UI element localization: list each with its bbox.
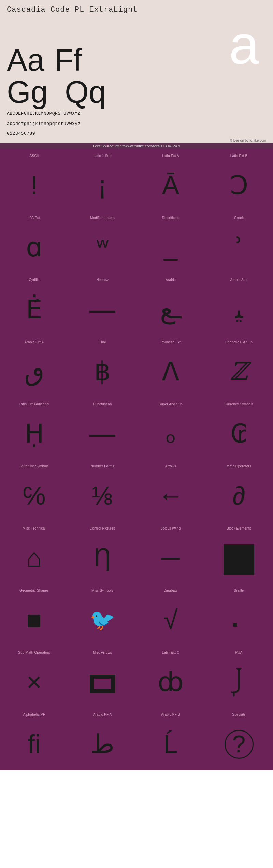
cell-glyph-0: !	[30, 160, 38, 211]
cell-glyph-16: Ḥ	[25, 408, 44, 460]
cell-glyph-17: —	[89, 408, 115, 460]
cell-glyph-23: ∂	[232, 470, 245, 522]
cell-glyph-33	[90, 656, 115, 708]
grid-cell-3: Latin Ext BƆ	[205, 149, 273, 211]
letter-pair-qq: Qq	[65, 77, 106, 107]
cell-label-7: Greek	[234, 216, 244, 220]
grid-cell-37: Arabic PF Aﻁ	[68, 708, 136, 770]
cell-glyph-31: ⠄	[229, 594, 248, 646]
large-letter-a: a	[229, 17, 259, 72]
letter-pair-aa: Aa	[7, 45, 44, 75]
grid-cell-25: Control PicturesȠ	[68, 522, 136, 584]
grid-cell-22: Arrows←	[136, 460, 205, 522]
cell-label-38: Arabic PF B	[161, 713, 180, 717]
cell-label-10: Arabic	[166, 278, 176, 282]
cell-label-37: Arabic PF A	[93, 713, 112, 717]
grid-cell-18: Super And Subₒ	[136, 397, 205, 460]
cell-glyph-34: ȸ	[158, 656, 184, 708]
cell-glyph-10: ـع	[160, 284, 181, 335]
grid-cell-32: Sup Math Operators×	[0, 646, 68, 708]
cell-glyph-12: ٯ	[24, 346, 44, 397]
cell-glyph-35	[229, 656, 249, 708]
grid-cell-34: Latin Ext Cȸ	[136, 646, 205, 708]
cell-label-15: Phonetic Ext Sup	[225, 340, 253, 344]
grid-cell-11: Arabic Supﻴ	[205, 273, 273, 335]
cell-label-32: Sup Math Operators	[18, 651, 50, 654]
header: Cascadia Code PL ExtraLight Aa Ff a Gg Q…	[0, 0, 273, 149]
digits: 0123456789	[7, 128, 266, 138]
grid-cell-16: Latin Ext AdditionalḤ	[0, 397, 68, 460]
cell-glyph-27	[224, 532, 254, 584]
grid-cell-20: Letterlike Symbols℅	[0, 460, 68, 522]
grid-cell-15: Phonetic Ext Supℤ	[205, 335, 273, 397]
cell-glyph-3: Ɔ	[230, 160, 248, 211]
cell-label-0: ASCII	[29, 154, 39, 158]
grid-cell-38: Arabic PF BĹ	[136, 708, 205, 770]
grid-cell-30: Dingbats√	[136, 584, 205, 646]
cell-glyph-39: ?	[225, 719, 254, 770]
grid-cell-23: Math Operators∂	[205, 460, 273, 522]
cell-glyph-25: Ƞ	[94, 532, 112, 584]
cell-label-30: Dingbats	[163, 589, 177, 592]
cell-label-23: Math Operators	[227, 464, 251, 468]
cell-label-3: Latin Ext B	[230, 154, 248, 158]
cell-glyph-37: ﻁ	[90, 719, 114, 770]
cell-glyph-13: ฿	[94, 346, 111, 397]
cell-glyph-30: √	[163, 594, 178, 646]
cell-glyph-20: ℅	[23, 470, 45, 522]
cell-glyph-18: ₒ	[166, 408, 176, 460]
letter-pair-gg: Gg	[7, 77, 48, 107]
grid-cell-28: Geometric Shapes■	[0, 584, 68, 646]
cell-label-4: IPA Ext	[28, 216, 40, 220]
cell-glyph-29: 🐦	[90, 594, 115, 646]
cell-glyph-38: Ĺ	[163, 719, 178, 770]
letter-pair-ff: Ff	[55, 45, 82, 75]
cell-glyph-26: ─	[161, 532, 180, 584]
cell-glyph-19: ₢	[231, 408, 247, 460]
grid-cell-8: CyrillicĖ́	[0, 273, 68, 335]
cell-label-5: Modifier Letters	[90, 216, 115, 220]
cell-label-39: Specials	[232, 713, 245, 717]
grid-cell-12: Arabic Ext Aٯ	[0, 335, 68, 397]
grid-cell-10: Arabicـع	[136, 273, 205, 335]
cell-label-9: Hebrew	[96, 278, 109, 282]
grid-cell-2: Latin Ext AĀ	[136, 149, 205, 211]
cell-glyph-21: ⅛	[91, 470, 113, 522]
grid-cell-33: Misc Arrows	[68, 646, 136, 708]
cell-glyph-4: ɑ	[26, 222, 42, 273]
cell-label-34: Latin Ext C	[162, 651, 179, 654]
cell-label-26: Box Drawing	[161, 526, 181, 530]
cell-glyph-36: fi	[28, 719, 41, 770]
cell-glyph-14: Ʌ	[162, 346, 179, 397]
cell-glyph-7: ʾ	[235, 222, 243, 273]
grid-cell-27: Block Elements	[205, 522, 273, 584]
grid-cell-36: Alphabetic PFfi	[0, 708, 68, 770]
cell-glyph-9: —	[89, 284, 115, 335]
cell-glyph-24: ⌂	[26, 532, 42, 584]
grid-cell-0: ASCII!	[0, 149, 68, 211]
cell-label-36: Alphabetic PF	[23, 713, 45, 717]
cell-glyph-22: ←	[158, 470, 184, 522]
cell-label-33: Misc Arrows	[93, 651, 112, 654]
grid-cell-39: Specials?	[205, 708, 273, 770]
cell-glyph-1: ¡	[98, 160, 106, 211]
grid-cell-26: Box Drawing─	[136, 522, 205, 584]
font-title: Cascadia Code PL ExtraLight	[7, 5, 266, 14]
cell-glyph-15: ℤ	[230, 346, 248, 397]
cell-label-8: Cyrillic	[29, 278, 39, 282]
cell-glyph-2: Ā	[162, 160, 179, 211]
grid-cell-6: Diacriticals_	[136, 211, 205, 273]
cell-label-11: Arabic Sup	[230, 278, 248, 282]
cell-label-12: Arabic Ext A	[25, 340, 44, 344]
alphabet-lower: abcdefghijklmnopqrstuvwxyz	[7, 118, 266, 128]
cell-label-14: Phonetic Ext	[161, 340, 181, 344]
cell-label-18: Super And Sub	[159, 402, 183, 406]
grid-cell-24: Misc Technical⌂	[0, 522, 68, 584]
grid-cell-13: Thai฿	[68, 335, 136, 397]
grid-cell-17: Punctuation—	[68, 397, 136, 460]
cell-label-27: Block Elements	[227, 526, 251, 530]
cell-glyph-5: ʷ	[96, 222, 109, 273]
cell-label-19: Currency Symbols	[225, 402, 254, 406]
grid-cell-7: Greekʾ	[205, 211, 273, 273]
grid-cell-4: IPA Extɑ	[0, 211, 68, 273]
